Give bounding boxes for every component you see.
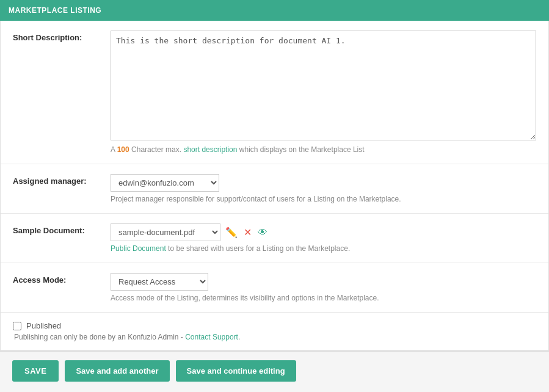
save-add-button[interactable]: Save and add another	[65, 360, 169, 382]
access-mode-help: Access mode of the Listing, determines i…	[111, 294, 536, 302]
contact-support-link[interactable]: Contact Support	[185, 333, 238, 341]
assigned-manager-select[interactable]: edwin@konfuzio.com	[111, 174, 219, 192]
sample-document-help: Public Document to be shared with users …	[111, 244, 536, 253]
section-header: MARKETPLACE LISTING	[0, 0, 549, 21]
sample-document-row: Sample Document: sample-document.pdf ✏️ …	[1, 214, 548, 263]
sample-doc-controls: sample-document.pdf ✏️ ✕ 👁	[111, 223, 536, 241]
short-description-label: Short Description:	[13, 31, 111, 42]
access-mode-label: Access Mode:	[13, 273, 111, 285]
access-mode-field: Request Access Open Access Closed Access…	[111, 273, 536, 302]
publishing-note: Publishing can only be done by an Konfuz…	[13, 333, 536, 341]
section-title: MARKETPLACE LISTING	[9, 6, 101, 15]
sample-document-select[interactable]: sample-document.pdf	[111, 223, 220, 241]
form-body: Short Description: This is the short des…	[0, 21, 549, 351]
short-description-row: Short Description: This is the short des…	[1, 21, 548, 164]
assigned-manager-field: edwin@konfuzio.com Project manager respo…	[111, 174, 536, 203]
sample-document-field: sample-document.pdf ✏️ ✕ 👁 Public Docume…	[111, 223, 536, 253]
access-mode-select[interactable]: Request Access Open Access Closed	[111, 273, 208, 291]
assigned-manager-row: Assigned manager: edwin@konfuzio.com Pro…	[1, 164, 548, 214]
short-description-textarea[interactable]: This is the short description for docume…	[111, 31, 536, 140]
marketplace-listing-form: MARKETPLACE LISTING Short Description: T…	[0, 0, 549, 390]
assigned-manager-help: Project manager responsible for support/…	[111, 195, 536, 203]
save-button[interactable]: SAVE	[12, 360, 59, 382]
short-description-help: A 100 Character max. short description w…	[111, 145, 536, 154]
edit-document-button[interactable]: ✏️	[224, 227, 239, 239]
published-label[interactable]: Published	[26, 321, 61, 330]
char-count: 100	[117, 145, 129, 154]
assigned-manager-label: Assigned manager:	[13, 174, 111, 186]
save-continue-button[interactable]: Save and continue editing	[176, 360, 296, 382]
short-description-field: This is the short description for docume…	[111, 31, 536, 154]
action-bar: SAVE Save and add another Save and conti…	[0, 351, 549, 390]
short-description-link[interactable]: short description	[183, 145, 237, 154]
remove-document-button[interactable]: ✕	[242, 227, 253, 239]
view-document-button[interactable]: 👁	[256, 227, 269, 239]
published-row: Published Publishing can only be done by…	[1, 313, 548, 350]
public-document-link[interactable]: Public Document	[111, 244, 166, 253]
access-mode-row: Access Mode: Request Access Open Access …	[1, 263, 548, 313]
published-check-row: Published	[13, 321, 536, 330]
sample-document-label: Sample Document:	[13, 223, 111, 235]
published-checkbox[interactable]	[13, 322, 21, 330]
